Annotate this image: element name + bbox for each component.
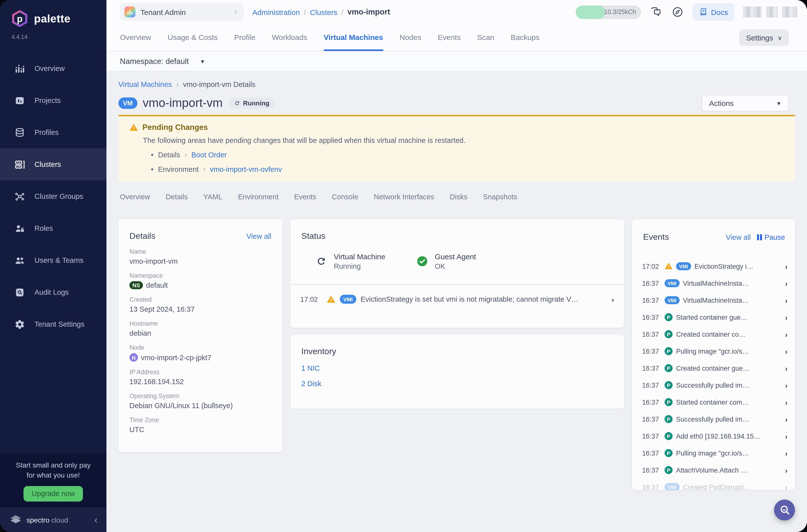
chat-icon[interactable] [650, 5, 662, 18]
docs-button[interactable]: Docs [693, 3, 734, 21]
sidebar: p palette 4.4.14 OverviewProjectsProfile… [0, 0, 107, 532]
chevron-right-icon[interactable]: › [785, 398, 788, 406]
sidebar-item-overview[interactable]: Overview [0, 53, 107, 84]
detail-field-label: IP Address [129, 369, 271, 376]
event-row[interactable]: 16:37PAdd eth0 [192.168.194.15…› [632, 428, 795, 444]
subtab-environment[interactable]: Environment [238, 193, 279, 201]
chevron-right-icon[interactable]: › [785, 381, 788, 390]
status-card: Status Virtual MachineRunningGuest Agent… [290, 219, 624, 328]
breadcrumb-virtual-machines-link[interactable]: Virtual Machines [118, 80, 172, 89]
inventory-link-1-nic[interactable]: 1 NIC [301, 364, 613, 372]
detail-field-value: 192.168.194.152 [129, 378, 271, 386]
subtab-overview[interactable]: Overview [120, 193, 150, 201]
inventory-card-title: Inventory [301, 347, 336, 356]
detail-field-value: vmo-import-vm [129, 257, 271, 265]
compass-icon[interactable] [671, 5, 684, 18]
breadcrumb-clusters[interactable]: Clusters [310, 8, 337, 16]
subtab-disks[interactable]: Disks [450, 193, 467, 201]
warning-icon [664, 262, 673, 270]
event-row[interactable]: 16:37PStarted container com…› [632, 394, 795, 411]
event-text: Add eth0 [192.168.194.15… [676, 432, 782, 440]
chevron-right-icon[interactable]: › [785, 415, 788, 423]
event-time: 17:02 [642, 263, 661, 270]
chevron-right-icon[interactable]: › [785, 483, 788, 490]
sidebar-item-users-teams[interactable]: Users & Teams [0, 244, 107, 276]
subtab-events[interactable]: Events [294, 193, 316, 201]
tab-workloads[interactable]: Workloads [272, 24, 307, 51]
chevron-right-icon[interactable]: › [785, 466, 788, 474]
subtab-yaml[interactable]: YAML [203, 193, 223, 201]
chevron-right-icon[interactable]: › [785, 432, 788, 440]
event-row[interactable]: 16:37PPulling image "gcr.io/s…› [632, 444, 795, 461]
chevron-right-icon[interactable]: › [785, 364, 788, 373]
chevron-right-icon[interactable]: › [785, 296, 788, 304]
sidebar-item-audit-logs[interactable]: Audit Logs [0, 276, 107, 308]
details-view-all-link[interactable]: View all [247, 232, 271, 240]
tab-usage-costs[interactable]: Usage & Costs [168, 24, 218, 51]
chevron-right-icon[interactable]: › [612, 295, 614, 303]
chevron-right-icon[interactable]: › [785, 347, 788, 356]
subtab-network-interfaces[interactable]: Network Interfaces [374, 193, 434, 201]
chevron-right-icon[interactable]: › [785, 330, 788, 338]
sidebar-item-tenant-settings[interactable]: Tenant Settings [0, 308, 107, 340]
status-item-label: Guest Agent [435, 252, 476, 261]
detail-field-node: NodeNvmo-import-2-cp-jpkt7 [129, 344, 271, 362]
chevron-right-icon[interactable]: › [785, 313, 788, 321]
actions-button[interactable]: Actions ▼ [701, 95, 789, 111]
event-row[interactable]: 16:37PSuccessfully pulled im…› [632, 411, 795, 428]
tab-overview[interactable]: Overview [120, 24, 151, 51]
inventory-link-2-disk[interactable]: 2 Disk [301, 380, 613, 388]
event-time: 16:37 [642, 364, 661, 372]
sidebar-item-roles[interactable]: Roles [0, 212, 107, 244]
status-event-row[interactable]: 17:02 VMI EvictionStrategy is set but vm… [290, 292, 624, 306]
status-item-texts: Virtual MachineRunning [334, 252, 385, 270]
sidebar-item-profiles[interactable]: Profiles [0, 116, 107, 148]
tab-events[interactable]: Events [438, 24, 461, 51]
event-row[interactable]: 17:02VMIEvictionStrategy i…› [632, 258, 795, 275]
pending-change-link-boot-order[interactable]: Boot Order [191, 151, 227, 158]
search-fab-button[interactable] [774, 499, 795, 520]
tab-scan[interactable]: Scan [477, 24, 494, 51]
tab-virtual-machines[interactable]: Virtual Machines [323, 24, 383, 51]
chevron-right-icon[interactable]: › [785, 449, 788, 457]
subtab-console[interactable]: Console [332, 193, 358, 201]
sidebar-collapse-icon[interactable]: ‹ [94, 515, 97, 524]
upgrade-now-button[interactable]: Upgrade now [23, 486, 83, 501]
caret-down-icon[interactable]: ▼ [200, 58, 205, 64]
event-row[interactable]: 16:37PCreated container gue…› [632, 360, 795, 377]
chevron-right-icon[interactable]: › [785, 279, 788, 287]
detail-field-hostname: Hostnamedebian [129, 320, 271, 337]
tab-profile[interactable]: Profile [234, 24, 255, 51]
tab-backups[interactable]: Backups [511, 24, 540, 51]
settings-button[interactable]: Settings ∨ [739, 30, 789, 46]
sidebar-item-projects[interactable]: Projects [0, 84, 107, 116]
sidebar-item-cluster-groups[interactable]: Cluster Groups [0, 180, 107, 212]
pending-change-link-vmo-import-vm-ovfenv[interactable]: vmo-import-vm-ovfenv [210, 165, 282, 173]
event-row[interactable]: 16:37VMICreated PodDisrupti…› [632, 478, 795, 490]
promo-text-line2: for what you use! [0, 470, 107, 480]
events-pause-button[interactable]: Pause [757, 233, 785, 241]
event-row[interactable]: 16:37PPulling image "gcr.io/s…› [632, 343, 795, 360]
sidebar-item-clusters[interactable]: Clusters [0, 148, 107, 180]
event-time: 17:02 [300, 295, 322, 303]
subtab-snapshots[interactable]: Snapshots [483, 193, 517, 201]
event-row[interactable]: 16:37VMIVirtualMachineInsta…› [632, 275, 795, 292]
tab-nodes[interactable]: Nodes [399, 24, 421, 51]
event-row[interactable]: 16:37VMIVirtualMachineInsta…› [632, 292, 795, 309]
event-row[interactable]: 16:37PAttachVolume.Attach …› [632, 461, 795, 478]
event-row[interactable]: 16:37PSuccessfully pulled im…› [632, 377, 795, 394]
warning-icon [327, 295, 335, 303]
users-teams-icon [15, 255, 25, 266]
pod-badge: P [664, 415, 673, 423]
chevron-right-icon[interactable]: › [785, 262, 788, 270]
events-view-all-link[interactable]: View all [726, 233, 751, 241]
event-row[interactable]: 16:37PStarted container gue…› [632, 309, 795, 326]
breadcrumb-administration[interactable]: Administration [252, 8, 300, 16]
pod-badge: P [664, 330, 673, 338]
event-row[interactable]: 16:37PCreated container co…› [632, 326, 795, 343]
subtab-details[interactable]: Details [166, 193, 188, 201]
detail-field-label: Name [129, 248, 271, 255]
tenant-selector[interactable]: Tenant Admin ∨ [120, 3, 244, 21]
event-text: AttachVolume.Attach … [676, 466, 782, 474]
usage-meter-fill [576, 5, 605, 19]
